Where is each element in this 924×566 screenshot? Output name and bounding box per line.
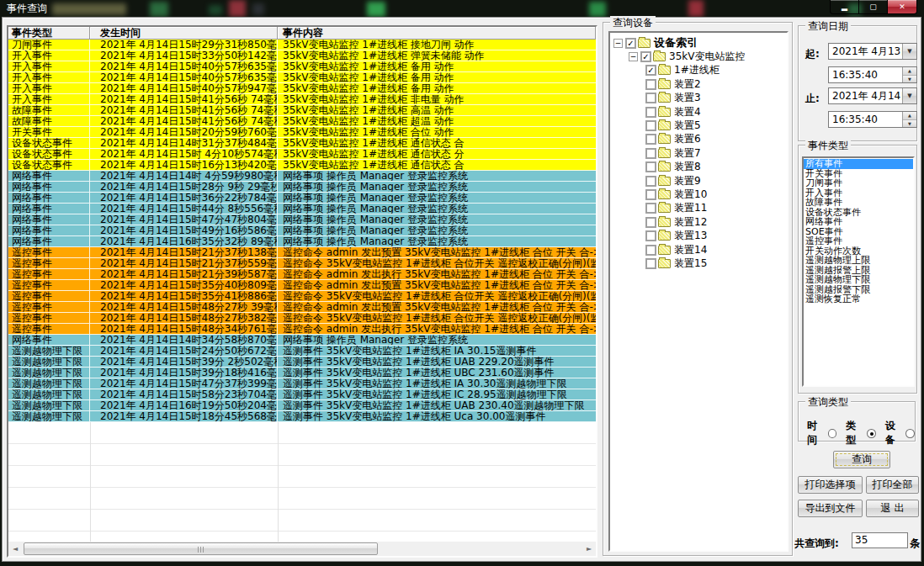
query-type-radio[interactable]: 时间 (807, 419, 836, 447)
table-row[interactable]: 故障事件 2021年 4月14日15时41分56秒 74毫秒 35kV变电站监控… (8, 116, 596, 127)
table-row[interactable]: 网络事件 2021年 4月14日15时49分16秒586毫秒 网络事项 操作员 … (8, 225, 596, 236)
column-header-content[interactable]: 事件内容 (278, 27, 596, 40)
dropdown-button[interactable]: ▼ (902, 88, 916, 103)
event-type-option[interactable]: 遥测越报警下限 (804, 285, 913, 295)
tree-item[interactable]: 装置15 (610, 257, 787, 270)
tree-checkbox[interactable] (645, 134, 656, 145)
scroll-right-button[interactable]: ► (582, 542, 596, 556)
event-type-option[interactable]: 遥测恢复正常 (804, 294, 913, 304)
table-row[interactable]: 设备状态事件 2021年 4月14日15时16分13秒420毫秒 35kV变电站… (8, 160, 596, 171)
tree-item[interactable]: 装置2 (610, 77, 787, 91)
tree-checkbox[interactable]: ✓ (645, 65, 656, 76)
event-type-option[interactable]: 设备状态事件 (804, 208, 913, 218)
table-row[interactable]: 网络事件 2021年 4月14日15时47分47秒804毫秒 网络事项 操作员 … (8, 214, 596, 225)
table-row[interactable]: 遥控事件 2021年 4月14日15时21分37秒559毫秒 遥控命令 35kV… (8, 258, 596, 269)
print-selected-button[interactable]: 打印选择项 (798, 476, 863, 494)
table-row[interactable]: 遥控事件 2021年 4月14日15时21分37秒138毫秒 遥控命令 admi… (8, 247, 596, 258)
event-type-option[interactable]: 开关动作次数 (804, 246, 913, 257)
spin-up-icon[interactable]: ▲ (903, 112, 916, 120)
event-type-option[interactable]: 网络事件 (804, 217, 913, 227)
column-header-time[interactable]: 发生时间 (90, 27, 278, 40)
table-row[interactable]: 遥测越物理下限 2021年 4月14日15时39分18秒416毫秒 遥测事件 3… (8, 368, 596, 378)
from-time-spinner[interactable]: 16:35:40 ▲ ▼ (828, 66, 917, 83)
table-row[interactable]: 遥控事件 2021年 4月14日15时35分40秒809毫秒 遥控命令 admi… (8, 280, 596, 291)
tree-item[interactable]: 装置8 (610, 161, 787, 174)
table-row[interactable]: 遥测越物理下限 2021年 4月14日15时18分45秒568毫秒 遥测事件 3… (8, 411, 596, 422)
to-time-spinner[interactable]: 16:35:40 ▲ ▼ (828, 111, 917, 128)
tree-checkbox[interactable] (645, 148, 656, 159)
table-row[interactable]: 网络事件 2021年 4月14日16时35分32秒 89毫秒 网络事项 操作员 … (8, 236, 596, 247)
print-all-button[interactable]: 打印全部 (866, 476, 919, 494)
query-button[interactable]: 查询 (833, 451, 890, 468)
table-row[interactable]: 遥控事件 2021年 4月14日15时21分39秒587毫秒 遥控命令 admi… (8, 269, 596, 280)
table-row[interactable]: 遥测越物理下限 2021年 4月14日15时47分37秒399毫秒 遥测事件 3… (8, 378, 596, 389)
table-row[interactable]: 遥控事件 2021年 4月14日15时48分27秒382毫秒 遥控命令 35kV… (8, 313, 596, 324)
table-row[interactable]: 开入事件 2021年 4月14日15时40分57秒635毫秒 35kV变电站监控… (8, 72, 596, 83)
tree-checkbox[interactable] (645, 217, 656, 228)
table-row[interactable]: 网络事件 2021年 4月14日14时 4分59秒980毫秒 网络事项 操作员 … (8, 171, 596, 182)
tree-item[interactable]: 装置6 (610, 133, 787, 146)
query-type-radio[interactable]: 设备 (885, 419, 915, 447)
table-row[interactable]: 故障事件 2021年 4月14日15时41分56秒 74毫秒 35kV变电站监控… (8, 105, 596, 116)
tree-item[interactable]: − ✓ 35kV变电站监控 (610, 50, 787, 63)
tree-checkbox[interactable] (645, 203, 656, 214)
table-row[interactable]: 设备状态事件 2021年 4月14日14时31分37秒484毫秒 35kV变电站… (8, 138, 596, 149)
tree-item[interactable]: − ✓ 设备索引 (610, 36, 787, 50)
scrollbar-thumb[interactable] (24, 542, 378, 555)
export-to-file-button[interactable]: 导出到文件 (798, 500, 863, 517)
tree-checkbox[interactable] (645, 79, 656, 90)
table-row[interactable]: 遥控事件 2021年 4月14日15时48分34秒761毫秒 遥控命令 admi… (8, 324, 596, 335)
dropdown-button[interactable]: ▼ (902, 44, 916, 59)
tree-checkbox[interactable]: ✓ (625, 38, 636, 49)
table-row[interactable]: 开关事件 2021年 4月14日15时20分59秒760毫秒 35kV变电站监控… (8, 127, 596, 138)
table-row[interactable]: 网络事件 2021年 4月14日15时44分 8秒556毫秒 网络事项 操作员 … (8, 204, 596, 214)
table-row[interactable]: 开入事件 2021年 4月14日15时33分50秒142毫秒 35kV变电站监控… (8, 50, 596, 61)
exit-button[interactable]: 退 出 (866, 500, 919, 517)
tree-checkbox[interactable]: ✓ (640, 51, 651, 62)
event-type-option[interactable]: 开关事件 (804, 169, 913, 179)
to-date-dropdown[interactable]: 2021年 4月14日 ▼ (828, 87, 917, 104)
event-type-option[interactable]: 所有事件 (804, 159, 913, 169)
tree-checkbox[interactable] (645, 120, 656, 131)
spin-up-icon[interactable]: ▲ (903, 67, 916, 76)
column-header-type[interactable]: 事件类型 (8, 27, 90, 40)
tree-item[interactable]: ✓ 1#进线柜 (610, 64, 787, 77)
tree-expander-icon[interactable]: − (629, 52, 638, 61)
event-type-option[interactable]: 遥测越物理上限 (804, 256, 913, 266)
spinner-buttons[interactable]: ▲ ▼ (902, 112, 916, 127)
table-row[interactable]: 遥测越物理下限 2021年 4月14日15时58分23秒704毫秒 遥测事件 3… (8, 389, 596, 400)
table-row[interactable]: 开入事件 2021年 4月14日15时40分57秒947毫秒 35kV变电站监控… (8, 83, 596, 94)
event-type-option[interactable]: 遥控事件 (804, 236, 913, 246)
maximize-button[interactable]: ▢ (859, 0, 888, 13)
tree-checkbox[interactable] (645, 93, 656, 103)
from-date-dropdown[interactable]: 2021年 4月13日 ▼ (828, 43, 917, 60)
event-type-option[interactable]: 故障事件 (804, 198, 913, 208)
tree-item[interactable]: 装置9 (610, 174, 787, 188)
spinner-buttons[interactable]: ▲ ▼ (902, 67, 916, 82)
tree-item[interactable]: 装置3 (610, 92, 787, 105)
table-row[interactable]: 遥控事件 2021年 4月14日15时35分41秒886毫秒 遥控命令 35kV… (8, 291, 596, 302)
event-type-option[interactable]: 遥测越物理下限 (804, 275, 913, 285)
table-row[interactable]: 开入事件 2021年 4月14日15时41分56秒 74毫秒 35kV变电站监控… (8, 94, 596, 105)
event-type-option[interactable]: 遥测越报警上限 (804, 266, 913, 276)
table-row[interactable]: 开入事件 2021年 4月14日15时40分57秒635毫秒 35kV变电站监控… (8, 61, 596, 72)
close-button[interactable]: ✕ (888, 0, 916, 13)
tree-checkbox[interactable] (645, 245, 656, 256)
event-type-option[interactable]: 开入事件 (804, 188, 913, 198)
scroll-left-button[interactable]: ◄ (8, 542, 22, 556)
tree-checkbox[interactable] (645, 258, 656, 269)
table-row[interactable]: 设备状态事件 2021年 4月14日15时 4分10秒574毫秒 35kV变电站… (8, 149, 596, 160)
tree-item[interactable]: 装置13 (610, 229, 787, 242)
horizontal-scrollbar[interactable]: ◄ ► (8, 542, 596, 556)
tree-item[interactable]: 装置14 (610, 243, 787, 257)
tree-item[interactable]: 装置11 (610, 202, 787, 215)
table-row[interactable]: 刀闸事件 2021年 4月14日15时29分31秒850毫秒 35kV变电站监控… (8, 40, 596, 50)
tree-checkbox[interactable] (645, 189, 656, 200)
event-type-option[interactable]: 刀闸事件 (804, 178, 913, 188)
minimize-button[interactable]: ▂ (831, 0, 859, 13)
table-row[interactable]: 遥控事件 2021年 4月14日15时48分27秒 39毫秒 遥控命令 admi… (8, 302, 596, 313)
tree-item[interactable]: 装置5 (610, 119, 787, 132)
table-row[interactable]: 网络事件 2021年 4月14日15时28分 9秒 29毫秒 网络事项 操作员 … (8, 182, 596, 193)
tree-item[interactable]: 装置10 (610, 188, 787, 201)
table-row[interactable]: 网络事件 2021年 4月14日15时36分22秒784毫秒 网络事项 操作员 … (8, 193, 596, 204)
